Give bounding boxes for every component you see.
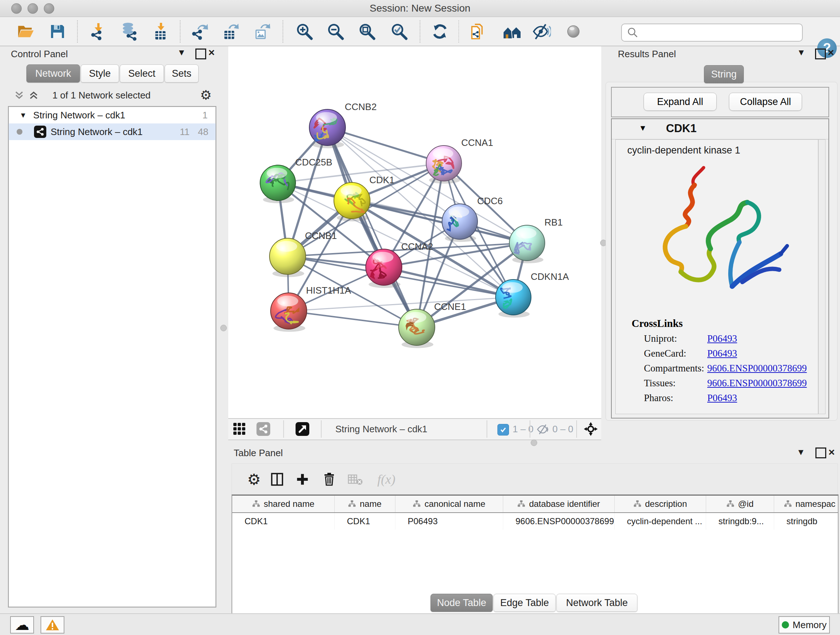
network-row[interactable]: String Network – cdk1 11 48 [9,124,216,140]
add-column-icon[interactable] [294,470,311,488]
table-cell[interactable]: stringdb:9... [706,513,774,530]
zoom-in-button[interactable] [294,22,314,41]
table-cell[interactable]: cyclin-dependent ... [615,513,706,530]
table-cell[interactable]: CDK1 [232,513,335,530]
close-panel-icon[interactable]: × [828,46,834,59]
zoom-fit-button[interactable] [357,22,377,41]
network-node-CDC25B[interactable] [260,165,295,203]
table-row[interactable]: CDK1CDK1P064939606.ENSP00000378699cyclin… [232,513,838,530]
collection-expand-icon[interactable]: ▼ [19,111,27,119]
application-window: Session: New Session [0,0,840,635]
network-node-CDKN1A[interactable] [496,279,531,318]
network-share-badge-icon [34,126,46,138]
import-network-file-button[interactable] [88,22,108,41]
column-header-canonical-name[interactable]: canonical name [395,496,503,513]
column-header-name[interactable]: name [335,496,395,513]
collapse-all-button[interactable]: Collapse All [729,93,802,111]
show-columns-icon[interactable] [269,470,286,488]
column-header-description[interactable]: description [615,496,706,513]
left-splitter-handle[interactable] [220,325,227,331]
clone-network-button[interactable] [468,22,487,41]
collapse-section-icon[interactable]: ▼ [639,124,647,133]
network-canvas[interactable]: CCNB2CCNA1CDC25BCDK1CDC6RB1CCNB1CCNA2CDK… [228,46,601,418]
grid-mode-icon[interactable] [233,423,246,435]
crosslink-link[interactable]: P06493 [707,348,737,359]
tab-network-table[interactable]: Network Table [556,594,638,612]
memory-label: Memory [793,619,827,631]
tab-node-table[interactable]: Node Table [431,594,493,612]
tab-style[interactable]: Style [81,65,119,82]
network-view-share-icon[interactable] [256,422,270,436]
network-edge[interactable] [384,267,513,297]
column-header-database-identifier[interactable]: database identifier [503,496,615,513]
network-node-CCNB1[interactable] [270,238,306,277]
panel-menu-icon[interactable]: ▼ [797,46,806,59]
panel-menu-icon[interactable]: ▼ [177,46,186,59]
export-image-button[interactable] [252,22,272,41]
close-panel-icon[interactable]: × [829,446,835,458]
export-network-button[interactable] [190,22,210,41]
table-cell[interactable]: P06493 [395,513,503,530]
delete-column-icon[interactable] [321,470,338,488]
results-scrollbar[interactable] [818,139,826,414]
column-header-@id[interactable]: @id [706,496,774,513]
network-node-CCNA1[interactable] [426,146,462,184]
tab-select[interactable]: Select [120,65,164,82]
horizontal-splitter-handle[interactable] [531,440,537,446]
network-collection-row[interactable]: ▼ String Network – cdk1 1 [9,107,216,124]
table-cell[interactable]: stringdb [774,513,839,530]
column-header-shared-name[interactable]: shared name [232,496,335,513]
zoom-out-button[interactable] [325,22,345,41]
tab-string[interactable]: String [704,65,744,83]
network-node-CCNA2[interactable] [366,249,402,288]
gene-section-header[interactable]: ▼ CDK1 [612,119,829,139]
network-edge[interactable] [289,311,417,327]
import-network-database-button[interactable] [119,22,139,41]
open-session-button[interactable] [16,22,35,41]
network-node-CDC6[interactable] [442,204,477,242]
birds-eye-view-icon[interactable] [295,422,309,436]
search-field-container [621,24,803,42]
apply-layout-button[interactable] [430,22,450,41]
save-session-button[interactable] [48,22,67,41]
zoom-in-icon [295,22,313,41]
hidden-count-text: 0 – 0 [553,424,573,435]
tab-edge-table[interactable]: Edge Table [493,594,556,612]
expand-all-button[interactable]: Expand All [644,93,717,111]
network-graph[interactable]: CCNB2CCNA1CDC25BCDK1CDC6RB1CCNB1CCNA2CDK… [228,46,601,418]
network-options-gear-icon[interactable]: ⚙ [200,88,212,103]
memory-status-dot [782,621,789,629]
table-cell[interactable]: 9606.ENSP00000378699 [503,513,615,530]
float-panel-icon[interactable] [815,49,826,59]
network-edge[interactable] [327,127,417,327]
network-node-RB1[interactable] [509,225,545,263]
panel-menu-icon[interactable]: ▼ [797,446,805,458]
table-cell[interactable]: CDK1 [335,513,395,530]
column-header-namespac[interactable]: namespac [774,496,839,513]
pan-crosshair-icon[interactable] [584,422,598,436]
crosslink-link[interactable]: P06493 [707,393,737,404]
hide-selected-button[interactable] [532,22,551,41]
show-graphics-details-button[interactable] [564,22,583,41]
string-query-button[interactable] [502,22,522,41]
crosslink-link[interactable]: 9606.ENSP00000378699 [707,378,807,389]
crosslink-link[interactable]: 9606.ENSP00000378699 [707,363,807,374]
table-options-gear-icon[interactable]: ⚙ [246,470,262,488]
zoom-selected-button[interactable] [389,22,409,41]
memory-button[interactable]: Memory [778,616,830,633]
warnings-button[interactable] [41,616,65,633]
cloud-status-button[interactable]: ☁ [10,616,34,633]
crosslink-link[interactable]: P06493 [707,333,737,344]
search-input[interactable] [641,27,802,38]
selected-checkbox[interactable] [497,424,509,435]
close-panel-icon[interactable]: × [208,46,215,59]
float-panel-icon[interactable] [815,448,826,458]
network-node-HIST1H1A[interactable] [271,293,307,332]
tab-sets[interactable]: Sets [164,65,199,82]
network-node-CCNE1[interactable] [399,309,435,348]
float-panel-icon[interactable] [195,49,206,59]
export-table-button[interactable] [221,22,240,41]
network-node-CDK1[interactable] [334,182,370,222]
import-table-button[interactable] [151,22,171,41]
tab-network[interactable]: Network [27,65,80,82]
